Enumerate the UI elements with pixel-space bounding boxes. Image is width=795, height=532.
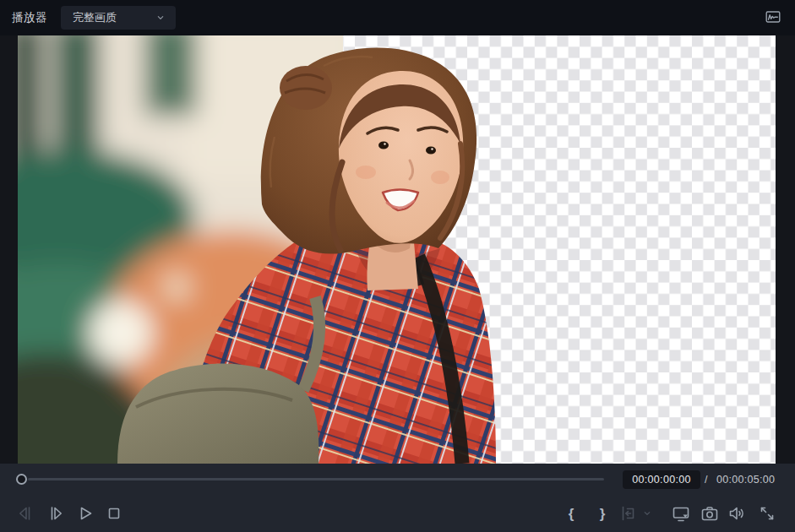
transport-panel: 00:00:00:00 / 00:00:05:00 { bbox=[0, 464, 795, 532]
step-backward-icon bbox=[15, 503, 35, 524]
play-icon bbox=[75, 503, 95, 524]
insert-to-timeline-icon bbox=[617, 503, 637, 524]
insert-to-timeline-button[interactable] bbox=[616, 502, 638, 524]
fullscreen-expand-icon bbox=[757, 503, 777, 524]
step-forward-button[interactable] bbox=[45, 502, 67, 524]
snapshot-button[interactable] bbox=[699, 502, 721, 524]
insert-options-chevron[interactable] bbox=[639, 502, 656, 524]
titlebar: 播放器 完整画质 bbox=[0, 0, 795, 35]
quality-dropdown-value: 完整画质 bbox=[73, 10, 117, 25]
seek-handle[interactable] bbox=[16, 474, 27, 485]
waveform-monitor-icon bbox=[764, 8, 782, 29]
player-title: 播放器 bbox=[12, 10, 47, 25]
mark-out-button[interactable]: } bbox=[591, 502, 613, 524]
duration-display: 00:00:05:00 bbox=[716, 470, 784, 489]
preview-canvas bbox=[18, 35, 776, 464]
waveform-scope-button[interactable] bbox=[761, 7, 785, 29]
step-backward-button[interactable] bbox=[14, 502, 36, 524]
camera-icon bbox=[700, 503, 720, 524]
chevron-down-icon bbox=[154, 11, 167, 24]
stop-icon bbox=[104, 503, 124, 524]
player-window: 播放器 完整画质 bbox=[0, 0, 795, 532]
speaker-icon bbox=[727, 503, 747, 524]
seek-track[interactable] bbox=[28, 478, 604, 480]
detach-display-button[interactable] bbox=[670, 502, 692, 524]
volume-button[interactable] bbox=[726, 502, 748, 524]
time-separator: / bbox=[705, 470, 707, 489]
monitor-download-icon bbox=[671, 503, 691, 524]
mark-in-button[interactable]: { bbox=[560, 502, 582, 524]
chevron-down-icon bbox=[640, 507, 654, 520]
fullscreen-button[interactable] bbox=[756, 502, 778, 524]
current-time-display[interactable]: 00:00:00:00 bbox=[623, 470, 700, 489]
stop-button[interactable] bbox=[103, 502, 125, 524]
play-button[interactable] bbox=[74, 502, 96, 524]
mark-in-icon: { bbox=[569, 507, 574, 521]
step-forward-icon bbox=[46, 503, 66, 524]
mark-out-icon: } bbox=[600, 507, 606, 521]
quality-dropdown[interactable]: 完整画质 bbox=[61, 6, 176, 30]
